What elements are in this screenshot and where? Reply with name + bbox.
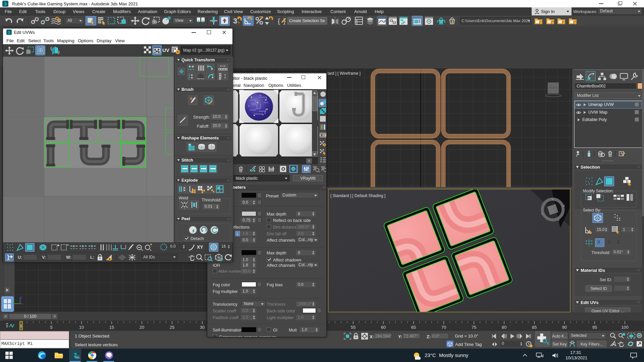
svg-text:10: 10 xyxy=(79,325,84,330)
svg-text:{: { xyxy=(278,17,280,25)
svg-text:?: ? xyxy=(237,21,239,25)
svg-text:75: 75 xyxy=(472,325,476,330)
svg-text:E: E xyxy=(541,212,543,216)
svg-text:90: 90 xyxy=(562,325,567,330)
svg-text:65: 65 xyxy=(411,325,416,330)
svg-text:N: N xyxy=(552,198,554,201)
svg-text:15: 15 xyxy=(109,325,114,330)
svg-text:20: 20 xyxy=(140,325,144,330)
svg-text:80: 80 xyxy=(502,325,506,330)
svg-text:z: z xyxy=(21,296,22,299)
svg-text:3: 3 xyxy=(4,1,6,6)
svg-text:3: 3 xyxy=(233,17,237,25)
svg-text:85: 85 xyxy=(532,325,537,330)
svg-text:55: 55 xyxy=(351,325,356,330)
svg-text:S: S xyxy=(557,218,559,222)
svg-text:y: y xyxy=(13,300,14,304)
svg-text:70: 70 xyxy=(441,325,446,330)
svg-text:MAX: MAX xyxy=(75,356,79,359)
svg-text:60: 60 xyxy=(381,325,386,330)
svg-text:3: 3 xyxy=(8,31,10,35)
svg-text:95: 95 xyxy=(592,325,597,330)
svg-text:W: W xyxy=(562,204,565,207)
svg-text:100: 100 xyxy=(621,325,629,330)
svg-text:25: 25 xyxy=(170,325,174,330)
svg-text:30: 30 xyxy=(200,325,205,330)
svg-text:5: 5 xyxy=(50,325,52,330)
